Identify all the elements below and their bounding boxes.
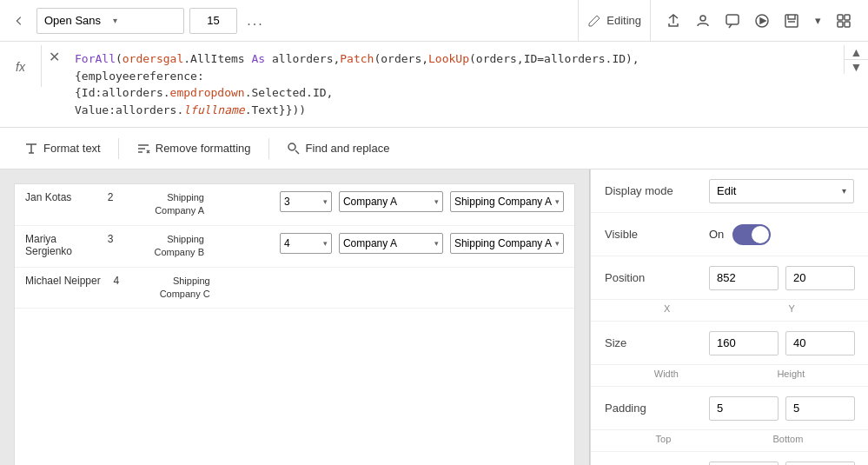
visible-row: Visible On: [591, 213, 868, 256]
dropdown-2-row2[interactable]: Company A ▾: [339, 233, 443, 254]
svg-rect-6: [838, 22, 843, 27]
size-labels-row: Width Height: [591, 365, 868, 387]
play-button[interactable]: [748, 7, 776, 35]
share-button[interactable]: [659, 7, 687, 35]
formula-down-button[interactable]: ▼: [845, 60, 868, 74]
display-mode-row: Display mode Edit ▾: [591, 169, 868, 213]
padding-top-input[interactable]: [709, 396, 779, 421]
padding-lr-row: [591, 452, 868, 465]
save-button[interactable]: [778, 7, 805, 35]
size-width-input[interactable]: [709, 331, 779, 355]
row-ship: ShippingCompany C: [132, 275, 210, 302]
padding-xy-top: [709, 396, 855, 421]
format-toolbar: Format text Remove formatting Find and r…: [0, 128, 868, 169]
find-replace-button[interactable]: Find and replace: [276, 136, 401, 161]
formula-up-button[interactable]: ▲: [845, 45, 868, 60]
row-num: 3: [102, 233, 119, 245]
toolbar-icons: ▾: [656, 7, 861, 35]
dropdown-3-row1[interactable]: Shipping Company A ▾: [450, 191, 564, 212]
size-height-input[interactable]: [785, 331, 855, 355]
row-name: MariyaSergienko: [25, 233, 95, 257]
canvas-area: Jan Kotas 2 ShippingCompany A 3 ▾ Compan…: [0, 169, 590, 465]
editing-badge: Editing: [578, 0, 651, 41]
formula-clear-button[interactable]: ✕: [42, 45, 66, 65]
width-label: Width: [654, 369, 679, 379]
svg-rect-3: [785, 15, 798, 27]
divider-2: [268, 138, 269, 159]
table-row: Jan Kotas 2 ShippingCompany A 3 ▾ Compan…: [15, 184, 574, 226]
font-selector[interactable]: Open Sans ▾: [36, 8, 184, 34]
padding-bottom-input[interactable]: [785, 396, 855, 421]
padding-bottom-item: [785, 396, 855, 421]
format-text-label: Format text: [43, 142, 101, 155]
formula-fx-label: fx: [0, 45, 42, 87]
font-chevron-icon: ▾: [113, 16, 176, 25]
row-name: Michael Neipper: [25, 275, 101, 287]
top-toolbar: Open Sans ▾ ... Editing: [0, 0, 868, 42]
remove-formatting-label: Remove formatting: [156, 142, 251, 155]
padding-label: Padding: [605, 402, 709, 415]
size-width-item: [709, 331, 779, 355]
height-label: Height: [777, 369, 805, 379]
padding-left-input[interactable]: [709, 462, 779, 466]
svg-rect-7: [845, 22, 850, 27]
position-label: Position: [605, 271, 709, 284]
back-button[interactable]: [7, 9, 31, 33]
formula-nav: ▲ ▼: [844, 45, 868, 74]
row-ship: ShippingCompany B: [126, 233, 204, 260]
visible-toggle-container: On: [709, 224, 771, 245]
size-height-item: [785, 331, 855, 355]
dropdown-2-row1[interactable]: Company A ▾: [339, 191, 443, 212]
row-num: 2: [102, 191, 119, 203]
toggle-knob: [752, 226, 769, 243]
pencil-icon: [587, 14, 601, 28]
font-size-input[interactable]: [189, 8, 237, 34]
position-y-input[interactable]: [785, 266, 855, 290]
row-ship: ShippingCompany A: [126, 191, 204, 218]
formula-content[interactable]: ForAll(ordersgal.AllItems As allorders,P…: [66, 45, 844, 123]
check-button[interactable]: [689, 7, 717, 35]
divider-1: [118, 138, 119, 159]
padding-left-item: [709, 462, 779, 466]
table-row: MariyaSergienko 3 ShippingCompany B 4 ▾ …: [15, 226, 574, 268]
row-name: Jan Kotas: [25, 191, 95, 203]
dropdown-3-row2[interactable]: Shipping Company A ▾: [450, 233, 564, 254]
display-mode-chevron-icon: ▾: [842, 186, 846, 196]
position-row: Position: [591, 256, 868, 300]
display-mode-label: Display mode: [605, 184, 709, 197]
dropdown-1-row2[interactable]: 4 ▾: [280, 233, 332, 254]
svg-rect-4: [838, 15, 843, 20]
position-y-item: [785, 266, 855, 290]
remove-formatting-button[interactable]: Remove formatting: [126, 136, 262, 161]
padding-right-item: [785, 462, 855, 466]
main-content: Jan Kotas 2 ShippingCompany A 3 ▾ Compan…: [0, 169, 868, 465]
padding-row: Padding: [591, 387, 868, 430]
padding-xy-lr: [709, 462, 855, 466]
svg-point-8: [288, 143, 295, 150]
font-name: Open Sans: [44, 14, 108, 27]
size-label: Size: [605, 336, 709, 349]
editing-label: Editing: [606, 14, 641, 27]
visible-value: On: [709, 228, 724, 241]
position-x-input[interactable]: [709, 266, 779, 290]
padding-top-labels-row: Top Bottom: [591, 430, 868, 452]
format-text-icon: [24, 142, 38, 156]
size-row: Size: [591, 322, 868, 365]
padding-top-item: [709, 396, 779, 421]
display-mode-select[interactable]: Edit ▾: [709, 179, 854, 203]
display-mode-value: Edit: [717, 184, 838, 197]
more-options-button[interactable]: ...: [242, 9, 268, 33]
position-x-item: [709, 266, 779, 290]
dropdown-1-row1[interactable]: 3 ▾: [280, 191, 332, 212]
apps-button[interactable]: [830, 7, 858, 35]
visible-toggle[interactable]: [732, 224, 771, 245]
find-replace-icon: [287, 142, 301, 156]
save-chevron-button[interactable]: ▾: [807, 7, 828, 35]
padding-right-input[interactable]: [785, 462, 855, 466]
position-xy: [709, 266, 855, 290]
bottom-label: Bottom: [773, 434, 804, 444]
format-text-button[interactable]: Format text: [14, 136, 111, 161]
comment-button[interactable]: [719, 7, 746, 35]
formula-bar: fx ✕ ForAll(ordersgal.AllItems As allord…: [0, 42, 868, 128]
table-row: Michael Neipper 4 ShippingCompany C: [15, 268, 574, 309]
